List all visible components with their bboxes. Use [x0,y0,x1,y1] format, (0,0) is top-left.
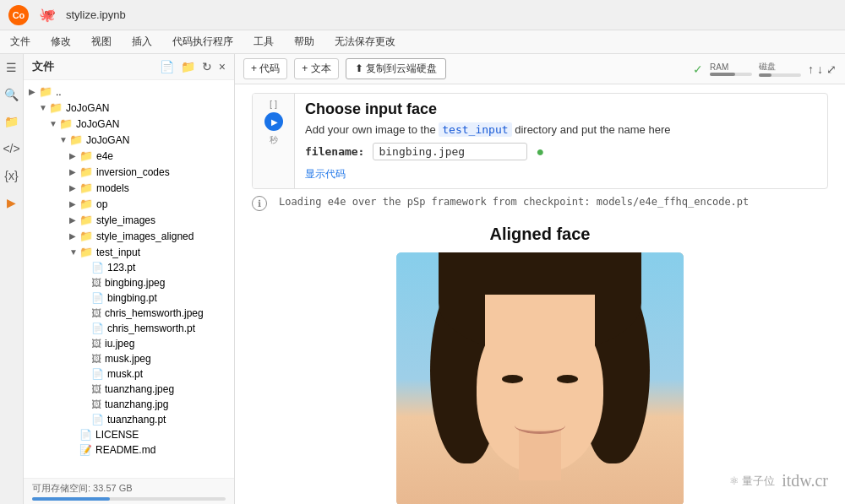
arrow-down-button[interactable]: ↓ [817,62,823,76]
check-icon: ✓ [693,62,703,76]
loading-text: Loading e4e over the pSp framework from … [279,196,749,208]
tree-item-tuanzhang-pt[interactable]: 📄 tuanzhang.pt [24,412,234,427]
tree-item-musk-pt[interactable]: 📄 musk.pt [24,366,234,382]
run-triangle-icon: ▶ [271,117,278,127]
tree-item-jojogan-2[interactable]: ▼ 📁 JoJoGAN [24,116,234,132]
top-bar: Co 🐙 stylize.ipynb [0,0,845,30]
filename-label: filename: [305,145,364,158]
github-icon: 🐙 [39,7,56,23]
sidebar-icon-group: 📄 📁 ↻ × [160,60,226,73]
filename-input[interactable] [373,143,527,160]
tree-item-readme[interactable]: 📝 README.md [24,442,234,458]
tree-item-chris-pt[interactable]: 📄 chris_hemsworth.pt [24,321,234,336]
storage-label: 可用存储空间: 33.57 GB [32,483,133,493]
menu-view[interactable]: 视图 [88,33,115,51]
code-icon[interactable]: </> [3,142,19,155]
arrow-up-button[interactable]: ↑ [808,62,814,76]
file-tree: ▶ 📁 .. ▼ 📁 JoJoGAN ▼ 📁 JoJoGAN ▼ 📁 JoJo [24,80,234,478]
watermark-area: ⚛ 量子位 itdw.cr [729,471,828,490]
menu-toggle-icon[interactable]: ☰ [6,61,17,74]
tree-item-op[interactable]: ▶ 📁 op [24,196,234,212]
show-code-button[interactable]: 显示代码 [305,167,346,182]
output-info-icon: ℹ [252,196,267,211]
cell-number-1: [ ] [270,99,277,109]
face-forehead [485,295,595,362]
tree-item-e4e[interactable]: ▶ 📁 e4e [24,148,234,164]
variable-icon[interactable]: {x} [4,169,18,182]
face-smile [515,417,565,434]
cell-1-highlight: test_input [439,122,511,137]
storage-bar-fill [32,497,110,501]
tree-item-iu-jpeg[interactable]: 🖼 iu.jpeg [24,336,234,351]
sidebar-new-folder-icon[interactable]: 📁 [181,60,195,73]
green-dot-icon: ● [536,144,544,160]
ram-bar-fill [710,73,735,76]
window-title: stylize.ipynb [66,8,126,21]
search-icon[interactable]: 🔍 [4,88,19,101]
toolbar: + 代码 + 文本 ⬆ 复制到云端硬盘 ✓ RAM 磁盘 [235,54,845,84]
tree-item-123pt[interactable]: 📄 123.pt [24,260,234,275]
cell-time-1: 秒 [270,134,278,146]
sidebar-close-icon[interactable]: × [219,60,226,73]
menu-insert[interactable]: 插入 [128,33,155,51]
add-text-button[interactable]: + 文本 [294,58,338,79]
tree-item-test-input[interactable]: ▼ 📁 test_input [24,244,234,260]
sidebar-title: 文件 [32,59,54,74]
tree-item-musk-jpeg[interactable]: 🖼 musk.jpeg [24,351,234,366]
cell-1-description: Add your own image to the test_input dir… [305,123,817,136]
ram-label: RAM [710,62,752,72]
disk-bar-fill [759,73,771,77]
left-icon-strip: ☰ 🔍 📁 </> {x} ▶ [0,54,24,504]
tree-item-license[interactable]: 📄 LICENSE [24,427,234,442]
tree-item-style-aligned[interactable]: ▶ 📁 style_images_aligned [24,228,234,244]
sidebar-header: 文件 📄 📁 ↻ × [24,54,234,80]
terminal-icon[interactable]: ▶ [7,196,16,209]
aligned-face-section: Aligned face [252,225,828,504]
tree-item-chris-jpeg[interactable]: 🖼 chris_hemsworth.jpeg [24,306,234,321]
expand-button[interactable]: ⤢ [826,62,837,76]
copy-to-cloud-button[interactable]: ⬆ 复制到云端硬盘 [346,58,446,79]
menu-help[interactable]: 帮助 [291,33,318,51]
cell-1-title: Choose input face [305,100,817,118]
tree-item-dotdot[interactable]: ▶ 📁 .. [24,84,234,100]
output-area: ℹ Loading e4e over the pSp framework fro… [252,196,828,504]
main-layout: ☰ 🔍 📁 </> {x} ▶ 文件 📄 📁 ↻ × ▶ 📁 .. [0,54,845,504]
menu-runtime[interactable]: 代码执行程序 [169,33,237,51]
run-cell-1-button[interactable]: ▶ [264,112,283,131]
sidebar-refresh-icon[interactable]: ↻ [202,60,212,73]
tree-item-bingbing-pt[interactable]: 📄 bingbing.pt [24,290,234,306]
tree-item-bingbing-jpeg[interactable]: 🖼 bingbing.jpeg [24,275,234,290]
face-eye-left [502,375,523,383]
menu-bar: 文件 修改 视图 插入 代码执行程序 工具 帮助 无法保存更改 [0,30,845,54]
toolbar-arrows: ↑ ↓ ⤢ [808,62,837,76]
tree-item-tuanzhang-jpeg[interactable]: 🖼 tuanzhang.jpeg [24,382,234,397]
tree-item-tuanzhang-jpg[interactable]: 🖼 tuanzhang.jpg [24,397,234,412]
tree-item-style-images[interactable]: ▶ 📁 style_images [24,212,234,228]
menu-file[interactable]: 文件 [7,33,34,51]
cell-1: [ ] ▶ 秒 Choose input face Add your own i… [252,93,828,189]
disk-section: 磁盘 [759,61,801,77]
cell-1-desc-text2: directory and put the name here [515,123,670,136]
tree-item-jojogan-3[interactable]: ▼ 📁 JoJoGAN [24,132,234,148]
tree-item-jojogan-1[interactable]: ▼ 📁 JoJoGAN [24,100,234,116]
sidebar: 文件 📄 📁 ↻ × ▶ 📁 .. ▼ 📁 JoJoGAN [24,54,235,504]
colab-logo: Co [8,5,29,25]
filename-row: filename: ● [305,143,817,160]
tree-item-models[interactable]: ▶ 📁 models [24,180,234,196]
disk-label: 磁盘 [759,61,801,73]
tree-item-inversion[interactable]: ▶ 📁 inversion_codes [24,164,234,180]
cell-1-body: Choose input face Add your own image to … [295,94,827,188]
ram-bar-bg [710,73,752,76]
storage-bar-bg [32,497,226,501]
menu-tools[interactable]: 工具 [250,33,277,51]
cell-1-desc-text: Add your own image to the [305,123,436,136]
toolbar-status: ✓ RAM 磁盘 [693,61,801,77]
add-code-button[interactable]: + 代码 [243,58,287,79]
menu-edit[interactable]: 修改 [47,33,74,51]
content-area: + 代码 + 文本 ⬆ 复制到云端硬盘 ✓ RAM 磁盘 [235,54,845,504]
face-eye-right [557,375,578,383]
files-icon active[interactable]: 📁 [4,115,19,128]
aligned-face-title: Aligned face [252,225,828,244]
watermark-text: itdw.cr [782,471,828,490]
sidebar-new-file-icon[interactable]: 📄 [160,60,174,73]
